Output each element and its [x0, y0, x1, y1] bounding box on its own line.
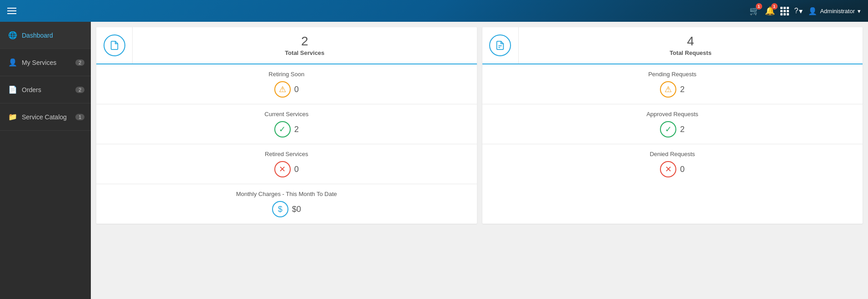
- help-chevron: ▾: [799, 7, 803, 15]
- services-panel: 2 Total Services Retiring Soon ⚠ 0 Curre…: [96, 27, 477, 224]
- services-header: 2 Total Services: [96, 27, 477, 64]
- pending-requests-value: ⚠ 2: [660, 81, 684, 98]
- approved-requests-row: Approved Requests ✓ 2: [482, 104, 863, 144]
- approved-requests-value: ✓ 2: [660, 121, 684, 137]
- monthly-charges-icon: $: [272, 201, 288, 217]
- dashboard-grid: 2 Total Services Retiring Soon ⚠ 0 Curre…: [96, 27, 863, 224]
- service-catalog-icon: 📁: [8, 113, 17, 121]
- retired-services-value: ✕ 0: [274, 161, 299, 177]
- dashboard-icon: 🌐: [8, 31, 17, 39]
- retiring-soon-value: ⚠ 0: [274, 81, 299, 98]
- current-services-label: Current Services: [264, 111, 308, 118]
- approved-requests-label: Approved Requests: [646, 111, 698, 118]
- retired-services-label: Retired Services: [265, 151, 308, 157]
- denied-requests-row: Denied Requests ✕ 0: [482, 144, 863, 184]
- monthly-charges-row: Monthly Charges - This Month To Date $ $…: [96, 184, 477, 224]
- sidebar-label-dashboard: Dashboard: [22, 32, 53, 39]
- requests-doc-icon: [489, 34, 511, 56]
- sidebar-item-service-catalog[interactable]: 📁 Service Catalog 1: [0, 103, 91, 131]
- cart-icon[interactable]: 🛒 1: [749, 6, 759, 16]
- sidebar-item-dashboard[interactable]: 🌐 Dashboard: [0, 22, 91, 49]
- user-name: Administrator: [820, 8, 855, 15]
- help-label: ?: [794, 7, 799, 15]
- services-header-info: 2 Total Services: [133, 28, 477, 64]
- main-content: 2 Total Services Retiring Soon ⚠ 0 Curre…: [91, 22, 868, 299]
- services-doc-icon: [104, 34, 125, 56]
- service-catalog-badge: 1: [75, 114, 84, 120]
- notification-icon[interactable]: 🔔 1: [765, 6, 775, 16]
- orders-icon: 📄: [8, 85, 17, 94]
- sidebar-item-my-services[interactable]: 👤 My Services 2: [0, 49, 91, 76]
- pending-requests-label: Pending Requests: [648, 71, 696, 78]
- retiring-soon-num: 0: [294, 85, 299, 94]
- retiring-soon-row: Retiring Soon ⚠ 0: [96, 64, 477, 104]
- my-services-icon: 👤: [8, 58, 17, 67]
- current-services-row: Current Services ✓ 2: [96, 104, 477, 144]
- retired-services-row: Retired Services ✕ 0: [96, 144, 477, 184]
- my-services-badge: 2: [75, 59, 84, 66]
- requests-panel: 4 Total Requests Pending Requests ⚠ 2 Ap…: [482, 27, 863, 224]
- retiring-soon-label: Retiring Soon: [268, 71, 304, 78]
- retired-services-num: 0: [294, 165, 299, 174]
- monthly-charges-value: $ $0: [272, 201, 301, 217]
- sidebar-label-my-services: My Services: [22, 59, 56, 66]
- retiring-soon-icon: ⚠: [274, 81, 291, 98]
- requests-header-info: 4 Total Requests: [519, 28, 863, 64]
- total-services-label: Total Services: [285, 49, 324, 56]
- cart-badge: 1: [756, 3, 762, 10]
- retired-services-icon: ✕: [274, 161, 291, 177]
- monthly-charges-label: Monthly Charges - This Month To Date: [236, 191, 337, 197]
- services-header-icon: [96, 27, 133, 64]
- denied-requests-icon: ✕: [660, 161, 676, 177]
- requests-header-icon: [482, 27, 519, 64]
- header-right: 🛒 1 🔔 1 ? ▾ 👤 Administrator ▾: [749, 6, 861, 16]
- help-button[interactable]: ? ▾: [794, 7, 803, 15]
- denied-requests-label: Denied Requests: [650, 151, 695, 157]
- user-chevron: ▾: [858, 8, 861, 15]
- pending-requests-row: Pending Requests ⚠ 2: [482, 64, 863, 104]
- pending-requests-icon: ⚠: [660, 81, 676, 98]
- sidebar-item-orders[interactable]: 📄 Orders 2: [0, 76, 91, 103]
- approved-requests-icon: ✓: [660, 121, 676, 137]
- orders-badge: 2: [75, 87, 84, 93]
- sidebar-label-orders: Orders: [22, 86, 41, 93]
- total-requests-num: 4: [687, 35, 694, 48]
- layout: 🌐 Dashboard 👤 My Services 2 📄 Orders 2 📁…: [0, 22, 868, 299]
- current-services-value: ✓ 2: [274, 121, 299, 137]
- user-menu-button[interactable]: 👤 Administrator ▾: [808, 7, 861, 15]
- total-services-num: 2: [301, 35, 308, 48]
- user-avatar-icon: 👤: [808, 7, 817, 15]
- pending-requests-num: 2: [680, 85, 684, 94]
- requests-rows: Pending Requests ⚠ 2 Approved Requests ✓…: [482, 64, 863, 184]
- total-requests-label: Total Requests: [670, 49, 711, 56]
- sidebar: 🌐 Dashboard 👤 My Services 2 📄 Orders 2 📁…: [0, 22, 91, 299]
- requests-header: 4 Total Requests: [482, 27, 863, 64]
- current-services-num: 2: [294, 125, 299, 134]
- monthly-charges-num: $0: [292, 205, 301, 214]
- services-rows: Retiring Soon ⚠ 0 Current Services ✓ 2: [96, 64, 477, 224]
- sidebar-label-service-catalog: Service Catalog: [22, 113, 67, 121]
- top-header: 🛒 1 🔔 1 ? ▾ 👤 Administrator ▾: [0, 0, 868, 22]
- current-services-icon: ✓: [274, 121, 291, 137]
- apps-grid-icon[interactable]: [780, 7, 789, 15]
- approved-requests-num: 2: [680, 125, 684, 134]
- notification-badge: 1: [771, 3, 778, 10]
- denied-requests-value: ✕ 0: [660, 161, 684, 177]
- denied-requests-num: 0: [680, 165, 684, 174]
- hamburger-button[interactable]: [7, 8, 16, 14]
